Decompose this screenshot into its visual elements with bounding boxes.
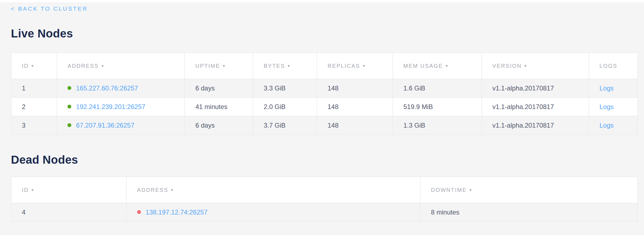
live-table-header-row: ID▾ ADDRESS▾ UPTIME▾ BYTES▾ REPLICAS▾ ME…: [11, 53, 638, 79]
node-logs-cell: Logs: [589, 79, 638, 98]
logs-link[interactable]: Logs: [599, 103, 614, 110]
node-version-cell: v1.1-alpha.20170817: [482, 79, 589, 98]
column-header-label: MEM USAGE: [403, 63, 443, 69]
node-mem-usage-cell: 1.6 GiB: [393, 79, 482, 98]
column-header-address[interactable]: ADDRESS▾: [126, 177, 420, 203]
column-header-label: DOWNTIME: [431, 187, 467, 193]
column-header-address[interactable]: ADDRESS▾: [57, 53, 185, 79]
node-address-cell: 165.227.60.76:26257: [57, 79, 185, 98]
back-link-label: BACK TO CLUSTER: [18, 5, 88, 12]
node-address-cell: 67.207.91.36:26257: [57, 116, 185, 135]
node-address-cell: 192.241.239.201:26257: [57, 98, 185, 116]
node-bytes-cell: 2.0 GiB: [253, 98, 317, 116]
node-address-link[interactable]: 138.197.12.74:26257: [146, 208, 208, 216]
live-nodes-title: Live Nodes: [11, 27, 638, 40]
node-address-link[interactable]: 67.207.91.36:26257: [76, 122, 134, 129]
column-header-label: LOGS: [599, 63, 618, 69]
node-logs-cell: Logs: [589, 98, 638, 116]
sort-arrow-icon: ▾: [223, 63, 225, 68]
live-node-row: 1 165.227.60.76:26257 6 days 3.3 GiB 148…: [11, 79, 638, 98]
dead-nodes-title: Dead Nodes: [11, 154, 638, 166]
live-node-row: 3 67.207.91.36:26257 6 days 3.7 GiB 148 …: [11, 116, 638, 135]
node-address-link[interactable]: 192.241.239.201:26257: [76, 103, 145, 110]
column-header-label: BYTES: [264, 63, 285, 69]
top-navbar-strip: [0, 0, 644, 2]
node-version-cell: v1.1-alpha.20170817: [482, 116, 589, 135]
node-address-cell: 138.197.12.74:26257: [126, 203, 420, 222]
sort-arrow-icon: ▾: [31, 63, 34, 68]
column-header-uptime[interactable]: UPTIME▾: [185, 53, 253, 79]
sort-arrow-icon: ▾: [469, 187, 472, 192]
dead-node-row: 4 138.197.12.74:26257 8 minutes: [11, 203, 638, 222]
column-header-label: ADDRESS: [137, 187, 168, 193]
column-header-logs: LOGS: [589, 53, 638, 79]
column-header-version[interactable]: VERSION▾: [482, 53, 589, 79]
column-header-id[interactable]: ID▾: [11, 53, 57, 79]
node-uptime-cell: 6 days: [185, 79, 253, 98]
node-id-cell: 4: [11, 203, 126, 222]
column-header-mem-usage[interactable]: MEM USAGE▾: [393, 53, 482, 79]
node-id-cell: 1: [11, 79, 57, 98]
node-uptime-cell: 6 days: [185, 116, 253, 135]
node-id-cell: 2: [11, 98, 57, 116]
live-status-icon: [67, 105, 71, 108]
column-header-label: UPTIME: [195, 63, 220, 69]
sort-arrow-icon: ▾: [171, 187, 173, 192]
node-downtime-cell: 8 minutes: [420, 203, 638, 222]
column-header-label: ID: [22, 63, 29, 69]
live-nodes-table: ID▾ ADDRESS▾ UPTIME▾ BYTES▾ REPLICAS▾ ME…: [11, 52, 638, 135]
sort-arrow-icon: ▾: [31, 187, 34, 192]
sort-arrow-icon: ▾: [102, 63, 104, 68]
live-node-row: 2 192.241.239.201:26257 41 minutes 2.0 G…: [11, 98, 638, 116]
dead-table-header-row: ID▾ ADDRESS▾ DOWNTIME▾: [11, 177, 638, 203]
sort-arrow-icon: ▾: [288, 63, 290, 68]
back-to-cluster-link[interactable]: <BACK TO CLUSTER: [11, 5, 88, 12]
back-chevron-icon: <: [11, 5, 15, 12]
logs-link[interactable]: Logs: [599, 84, 614, 92]
node-mem-usage-cell: 519.9 MiB: [393, 98, 482, 116]
live-status-icon: [67, 86, 71, 90]
column-header-label: ID: [22, 187, 29, 193]
column-header-label: REPLICAS: [327, 63, 360, 69]
node-version-cell: v1.1-alpha.20170817: [482, 98, 589, 116]
column-header-bytes[interactable]: BYTES▾: [253, 53, 317, 79]
nodes-page: <BACK TO CLUSTER Live Nodes ID▾ ADDRESS▾…: [11, 2, 638, 222]
sort-arrow-icon: ▾: [446, 63, 448, 68]
column-header-label: ADDRESS: [67, 63, 99, 69]
dead-status-icon: [137, 210, 141, 214]
node-uptime-cell: 41 minutes: [185, 98, 253, 116]
dead-nodes-table: ID▾ ADDRESS▾ DOWNTIME▾ 4 138.197.12.74:2…: [11, 177, 638, 222]
node-address-link[interactable]: 165.227.60.76:26257: [76, 84, 138, 92]
node-replicas-cell: 148: [317, 98, 393, 116]
column-header-downtime[interactable]: DOWNTIME▾: [420, 177, 638, 203]
column-header-label: VERSION: [492, 63, 522, 69]
live-status-icon: [67, 123, 71, 127]
node-bytes-cell: 3.3 GiB: [253, 79, 317, 98]
node-bytes-cell: 3.7 GiB: [253, 116, 317, 135]
node-replicas-cell: 148: [317, 79, 393, 98]
node-mem-usage-cell: 1.3 GiB: [393, 116, 482, 135]
node-replicas-cell: 148: [317, 116, 393, 135]
sort-arrow-icon: ▾: [363, 63, 365, 68]
column-header-replicas[interactable]: REPLICAS▾: [317, 53, 393, 79]
node-logs-cell: Logs: [589, 116, 638, 135]
column-header-id[interactable]: ID▾: [11, 177, 126, 203]
sort-arrow-icon: ▾: [524, 63, 527, 68]
node-id-cell: 3: [11, 116, 57, 135]
logs-link[interactable]: Logs: [599, 122, 614, 129]
